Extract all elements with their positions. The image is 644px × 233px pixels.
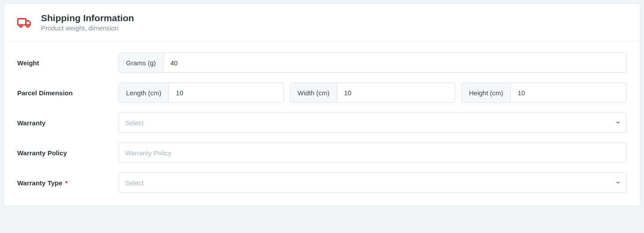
length-input[interactable] (169, 83, 283, 102)
label-dimension: Parcel Dimension (17, 89, 119, 97)
svg-point-1 (20, 25, 22, 27)
label-warranty-type-text: Warranty Type (17, 179, 63, 187)
height-input-group: Height (cm) (462, 83, 627, 103)
width-input[interactable] (337, 83, 455, 102)
row-dimension: Parcel Dimension Length (cm) Width (cm) … (17, 83, 627, 103)
weight-input[interactable] (164, 53, 627, 72)
row-warranty-policy: Warranty Policy (17, 143, 627, 163)
chevron-down-icon (616, 182, 620, 184)
warranty-select-placeholder: Select (125, 119, 144, 127)
warranty-type-select-placeholder: Select (125, 179, 144, 187)
length-addon: Length (cm) (119, 83, 169, 102)
height-addon: Height (cm) (462, 83, 511, 102)
card-body: Weight Grams (g) Parcel Dimension Length… (4, 42, 640, 206)
row-weight: Weight Grams (g) (17, 53, 627, 73)
card-title: Shipping Information (41, 13, 134, 23)
svg-point-2 (27, 25, 29, 27)
label-warranty: Warranty (17, 119, 119, 127)
warranty-type-select[interactable]: Select (119, 173, 627, 193)
card-header: Shipping Information Product weight, dim… (4, 4, 640, 42)
row-warranty: Warranty Select (17, 113, 627, 133)
row-warranty-type: Warranty Type * Select (17, 173, 627, 193)
weight-unit-addon: Grams (g) (119, 53, 164, 72)
truck-icon (17, 15, 32, 30)
weight-input-group: Grams (g) (119, 53, 627, 73)
required-mark: * (65, 179, 68, 187)
chevron-down-icon (616, 122, 620, 124)
width-input-group: Width (cm) (290, 83, 455, 103)
label-warranty-policy: Warranty Policy (17, 149, 119, 157)
warranty-policy-input[interactable] (125, 149, 620, 157)
height-input[interactable] (511, 83, 626, 102)
label-weight: Weight (17, 59, 119, 67)
label-warranty-type: Warranty Type * (17, 179, 119, 187)
warranty-policy-wrapper (119, 143, 627, 163)
shipping-info-card: Shipping Information Product weight, dim… (4, 4, 640, 207)
card-subtitle: Product weight, dimension (41, 24, 134, 32)
width-addon: Width (cm) (290, 83, 337, 102)
length-input-group: Length (cm) (119, 83, 284, 103)
svg-rect-0 (18, 19, 26, 25)
warranty-select[interactable]: Select (119, 113, 627, 133)
